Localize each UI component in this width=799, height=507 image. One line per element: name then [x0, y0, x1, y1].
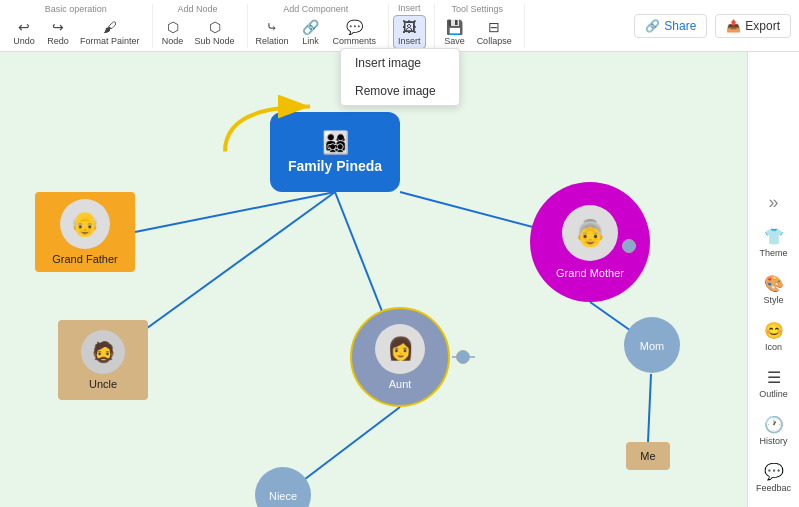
- grandfather-node[interactable]: 👴 Grand Father: [35, 192, 135, 272]
- header-right: 🔗 Share 📤 Export: [634, 14, 791, 38]
- mom-label: Mom: [640, 340, 664, 352]
- feedback-icon: 💬: [764, 462, 784, 481]
- node-icon: ⬡: [164, 18, 182, 36]
- niece-label: Niece: [269, 490, 297, 502]
- family-pineda-node[interactable]: 👨‍👩‍👧‍👦 Family Pineda: [270, 112, 400, 192]
- feedback-label: Feedbac: [756, 483, 791, 493]
- collapse-icon: ⊟: [485, 18, 503, 36]
- tool-settings-label: Tool Settings: [451, 4, 503, 14]
- main-area: 👨‍👩‍👧‍👦 Family Pineda 👴 Grand Father 👵 G…: [0, 52, 799, 507]
- aunt-node[interactable]: 👩 Aunt: [350, 307, 450, 407]
- sidebar-item-history[interactable]: 🕐 History: [751, 409, 797, 452]
- relation-icon: ⤷: [263, 18, 281, 36]
- sub-node-button[interactable]: ⬡ Sub Node: [191, 16, 239, 48]
- insert-image-item[interactable]: Insert image: [341, 49, 459, 77]
- collapse-button[interactable]: ⊟ Collapse: [473, 16, 516, 48]
- sub-node-icon: ⬡: [206, 18, 224, 36]
- add-node-group: Add Node ⬡ Node ⬡ Sub Node: [157, 4, 248, 48]
- history-label: History: [759, 436, 787, 446]
- insert-icon: 🖼: [400, 18, 418, 36]
- aunt-label: Aunt: [389, 378, 412, 390]
- style-icon: 🎨: [764, 274, 784, 293]
- uncle-node[interactable]: 🧔 Uncle: [58, 320, 148, 400]
- insert-buttons: 🖼 Insert: [393, 15, 426, 49]
- uncle-avatar: 🧔: [81, 330, 125, 374]
- grandmother-label: Grand Mother: [556, 267, 624, 279]
- aunt-connector-dot: [456, 350, 470, 364]
- theme-icon: 👕: [764, 227, 784, 246]
- redo-button[interactable]: ↪ Redo: [42, 16, 74, 48]
- grandmother-avatar: 👵: [562, 205, 618, 261]
- aunt-avatar: 👩: [375, 324, 425, 374]
- svg-line-5: [648, 374, 651, 442]
- insert-button[interactable]: 🖼 Insert: [393, 15, 426, 49]
- sidebar-item-theme[interactable]: 👕 Theme: [751, 221, 797, 264]
- outline-label: Outline: [759, 389, 788, 399]
- format-painter-button[interactable]: 🖌 Format Painter: [76, 16, 144, 48]
- grandfather-label: Grand Father: [52, 253, 117, 265]
- family-emoji: 👨‍👩‍👧‍👦: [322, 130, 349, 156]
- right-sidebar: » 👕 Theme 🎨 Style 😊 Icon ☰ Outline 🕐 His…: [747, 52, 799, 507]
- history-icon: 🕐: [764, 415, 784, 434]
- icon-icon: 😊: [764, 321, 784, 340]
- sidebar-collapse-button[interactable]: »: [764, 188, 782, 217]
- save-icon: 💾: [446, 18, 464, 36]
- uncle-label: Uncle: [89, 378, 117, 390]
- toolbar: Basic operation ↩ Undo ↪ Redo 🖌 Format P…: [0, 0, 799, 52]
- basic-operation-label: Basic operation: [45, 4, 107, 14]
- add-component-buttons: ⤷ Relation 🔗 Link 💬 Comments: [252, 16, 381, 48]
- link-icon: 🔗: [302, 18, 320, 36]
- format-painter-icon: 🖌: [101, 18, 119, 36]
- add-node-label: Add Node: [178, 4, 218, 14]
- share-icon: 🔗: [645, 19, 660, 33]
- outline-icon: ☰: [767, 368, 781, 387]
- icon-label: Icon: [765, 342, 782, 352]
- me-node[interactable]: Me: [626, 442, 670, 470]
- svg-line-0: [135, 192, 335, 232]
- sidebar-item-feedback[interactable]: 💬 Feedbac: [751, 456, 797, 499]
- tool-settings-buttons: 💾 Save ⊟ Collapse: [439, 16, 516, 48]
- add-component-label: Add Component: [283, 4, 348, 14]
- add-node-buttons: ⬡ Node ⬡ Sub Node: [157, 16, 239, 48]
- grandfather-avatar: 👴: [60, 199, 110, 249]
- relation-button[interactable]: ⤷ Relation: [252, 16, 293, 48]
- undo-icon: ↩: [15, 18, 33, 36]
- basic-operation-group: Basic operation ↩ Undo ↪ Redo 🖌 Format P…: [8, 4, 153, 48]
- canvas[interactable]: 👨‍👩‍👧‍👦 Family Pineda 👴 Grand Father 👵 G…: [0, 52, 747, 507]
- comments-button[interactable]: 💬 Comments: [329, 16, 381, 48]
- mom-node[interactable]: Mom: [624, 317, 680, 373]
- insert-group-label: Insert: [398, 3, 421, 13]
- undo-button[interactable]: ↩ Undo: [8, 16, 40, 48]
- theme-label: Theme: [759, 248, 787, 258]
- share-button[interactable]: 🔗 Share: [634, 14, 707, 38]
- sidebar-item-icon[interactable]: 😊 Icon: [751, 315, 797, 358]
- sidebar-item-outline[interactable]: ☰ Outline: [751, 362, 797, 405]
- tool-settings-group: Tool Settings 💾 Save ⊟ Collapse: [439, 4, 525, 48]
- node-button[interactable]: ⬡ Node: [157, 16, 189, 48]
- remove-image-item[interactable]: Remove image: [341, 77, 459, 105]
- family-label: Family Pineda: [288, 158, 382, 174]
- add-component-group: Add Component ⤷ Relation 🔗 Link 💬 Commen…: [252, 4, 390, 48]
- save-button[interactable]: 💾 Save: [439, 16, 471, 48]
- comments-icon: 💬: [345, 18, 363, 36]
- insert-dropdown: Insert image Remove image: [340, 48, 460, 106]
- sidebar-item-style[interactable]: 🎨 Style: [751, 268, 797, 311]
- style-label: Style: [763, 295, 783, 305]
- basic-operation-buttons: ↩ Undo ↪ Redo 🖌 Format Painter: [8, 16, 144, 48]
- me-label: Me: [640, 450, 655, 462]
- export-button[interactable]: 📤 Export: [715, 14, 791, 38]
- redo-icon: ↪: [49, 18, 67, 36]
- niece-node[interactable]: Niece: [255, 467, 311, 507]
- export-icon: 📤: [726, 19, 741, 33]
- link-button[interactable]: 🔗 Link: [295, 16, 327, 48]
- insert-group: Insert 🖼 Insert: [393, 3, 435, 49]
- grandmother-connector-dot: [622, 239, 636, 253]
